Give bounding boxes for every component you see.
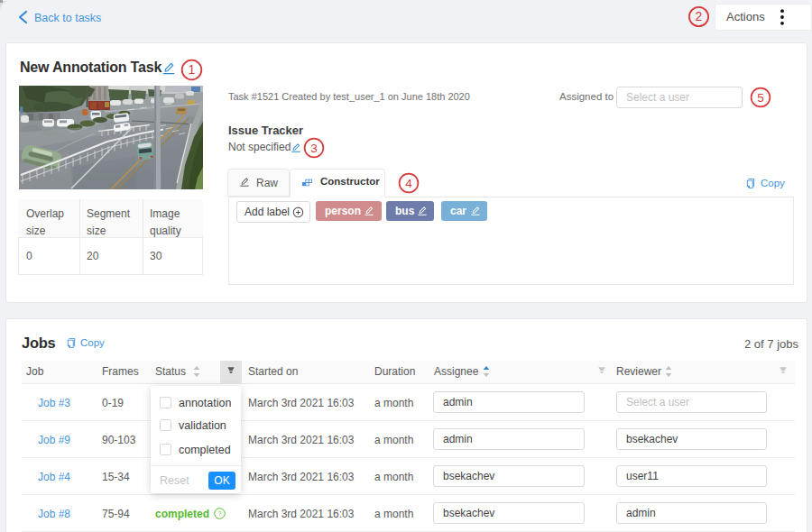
svg-text:5: 5 — [757, 90, 764, 104]
svg-text:3: 3 — [310, 141, 318, 154]
svg-text:4: 4 — [405, 176, 412, 189]
svg-text:2: 2 — [696, 9, 703, 23]
svg-text:?: ? — [218, 510, 222, 517]
svg-text:1: 1 — [189, 62, 196, 77]
